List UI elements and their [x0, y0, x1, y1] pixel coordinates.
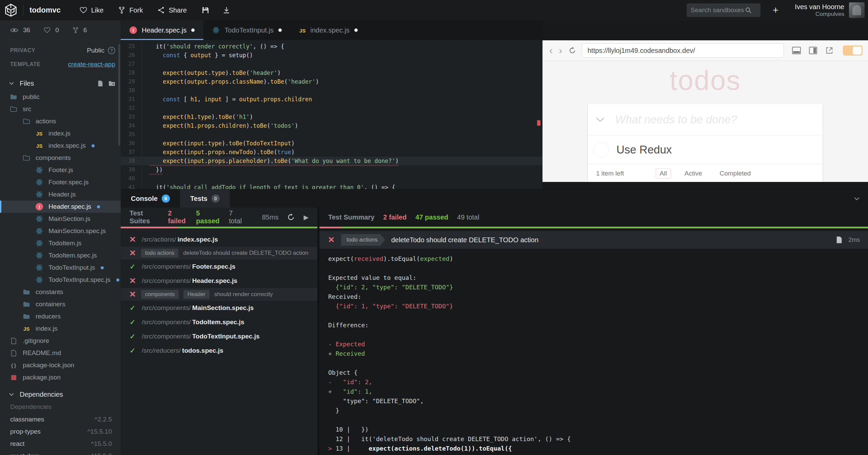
sidebar-item-mainsection-js[interactable]: MainSection.js — [0, 213, 121, 225]
code-line-41[interactable]: 41 it('should call addTodo if length of … — [121, 183, 542, 189]
back-icon[interactable]: ‹ — [548, 45, 554, 56]
template-link[interactable]: create-react-app — [68, 61, 115, 68]
fork-button[interactable]: Fork — [118, 6, 143, 14]
sidebar-item-todotextinput-spec-js[interactable]: TodoTextInput.spec.js — [0, 274, 121, 286]
new-todo-placeholder[interactable]: What needs to be done? — [615, 113, 737, 126]
like-button[interactable]: Like — [80, 6, 104, 14]
failed-test-item[interactable]: ✕todo actionsdeleteTodo should create DE… — [121, 247, 317, 260]
url-bar[interactable]: https://llyloj1m49.codesandbox.dev/ — [582, 43, 784, 58]
code-line-33[interactable]: 33 expect(h1.type).toBe('h1') — [121, 112, 542, 121]
sidebar-item-reducers[interactable]: reducers — [0, 310, 121, 323]
search-input[interactable] — [691, 6, 745, 14]
suite-file-index-spec-js[interactable]: ✕/src/actions/index.spec.js — [121, 232, 317, 247]
codesandbox-logo-icon[interactable] — [0, 0, 22, 20]
files-section-header[interactable]: Files — [0, 77, 121, 89]
dependency-classnames[interactable]: classnames^2.2.5 — [0, 413, 121, 426]
sidebar-item-readme-md[interactable]: README.md — [0, 347, 121, 359]
tab-tests[interactable]: Tests 0 — [180, 189, 230, 208]
suite-file-header-spec-js[interactable]: ✕/src/components/Header.spec.js — [121, 274, 317, 288]
sidebar-item-constants[interactable]: constants — [0, 286, 121, 298]
code-line-38[interactable]: 38 expect(input.props.placeholder).toBe(… — [121, 157, 542, 165]
file-icon[interactable] — [836, 236, 842, 244]
sidebar-item-public[interactable]: public — [0, 91, 121, 103]
code-line-34[interactable]: 34 expect(h1.props.children).toBe('todos… — [121, 121, 542, 130]
code-line-27[interactable]: 27 — [121, 60, 542, 68]
dependency-prop-types[interactable]: prop-types^15.5.10 — [0, 426, 121, 438]
run-tests-icon[interactable]: ▶ — [303, 213, 309, 221]
sidebar-item-src[interactable]: src — [0, 103, 121, 115]
sidebar-item-header-js[interactable]: Header.js — [0, 188, 121, 201]
code-line-30[interactable]: 30 — [121, 86, 542, 95]
sidebar-item-todotextinput-js[interactable]: TodoTextInput.js — [0, 262, 121, 274]
code-line-35[interactable]: 35 — [121, 130, 542, 139]
user-block[interactable]: Ives van Hoorne Compulves — [795, 3, 844, 18]
code-line-28[interactable]: 28 expect(output.type).toBe('header') — [121, 68, 542, 77]
code-line-36[interactable]: 36 expect(input.type).toBe(TodoTextInput… — [121, 139, 542, 148]
code-line-31[interactable]: 31 const [ h1, input ] = output.props.ch… — [121, 95, 542, 104]
refresh-icon[interactable] — [568, 46, 576, 55]
new-folder-icon[interactable] — [108, 81, 115, 86]
filter-completed[interactable]: Completed — [715, 168, 755, 179]
code-editor[interactable]: 25 it('should render correctly', () => {… — [121, 40, 542, 189]
sidebar-item-footer-js[interactable]: Footer.js — [0, 164, 121, 176]
sidebar-item-mainsection-spec-js[interactable]: MainSection.spec.js — [0, 225, 121, 237]
avatar[interactable] — [849, 2, 865, 18]
split-bottom-icon[interactable] — [792, 47, 801, 54]
rerun-tests-icon[interactable] — [287, 213, 295, 221]
editor-tab-index-spec-js[interactable]: JSindex.spec.js — [291, 20, 367, 40]
editor-tab-header-spec-js[interactable]: !Header.spec.js — [121, 20, 203, 40]
sidebar-item-actions[interactable]: actions — [0, 115, 121, 127]
sandbox-title[interactable]: todomvc — [29, 6, 61, 15]
split-right-icon[interactable] — [809, 47, 817, 54]
sidebar-scrollbar[interactable] — [118, 44, 120, 146]
share-button[interactable]: Share — [158, 6, 186, 14]
code-line-40[interactable]: 40 — [121, 174, 542, 183]
download-icon[interactable] — [223, 6, 230, 14]
collapse-panel-icon[interactable] — [854, 189, 868, 208]
filter-active[interactable]: Active — [680, 168, 706, 179]
sidebar-item-containers[interactable]: containers — [0, 298, 121, 310]
todo-checkbox[interactable] — [593, 142, 609, 158]
dependency-react[interactable]: react^15.5.0 — [0, 438, 121, 450]
toggle-all-icon[interactable] — [595, 117, 605, 122]
failed-test-item[interactable]: ✕componentsHeadershould render correctly — [121, 288, 317, 301]
todo-label[interactable]: Use Redux — [616, 143, 672, 156]
sidebar-item-todoitem-js[interactable]: TodoItem.js — [0, 237, 121, 249]
suite-file-todoitem-spec-js[interactable]: ✓/src/components/TodoItem.spec.js — [121, 315, 317, 329]
code-line-29[interactable]: 29 expect(output.props.className).toBe('… — [121, 77, 542, 86]
sidebar-item-package-lock-json[interactable]: { }package-lock.json — [0, 359, 121, 371]
sidebar-item-index-js[interactable]: JSindex.js — [0, 127, 121, 140]
sidebar-item-header-spec-js[interactable]: !Header.spec.js — [0, 201, 121, 213]
forward-icon[interactable]: › — [557, 45, 564, 56]
sidebar-item-footer-spec-js[interactable]: Footer.spec.js — [0, 176, 121, 188]
new-file-icon[interactable] — [98, 80, 103, 87]
editor-tab-todotextinput-js[interactable]: TodoTextInput.js — [203, 20, 291, 40]
save-button[interactable] — [202, 6, 209, 14]
error-ruler-mark[interactable] — [537, 120, 540, 126]
sidebar-item-todoitem-spec-js[interactable]: TodoItem.spec.js — [0, 249, 121, 262]
suite-file-mainsection-spec-js[interactable]: ✓/src/components/MainSection.spec.js — [121, 301, 317, 315]
code-line-39[interactable]: 39 }) — [121, 165, 542, 174]
suite-file-todos-spec-js[interactable]: ✓/src/reducers/todos.spec.js — [121, 344, 317, 358]
dependency-react-dom[interactable]: react-dom^15.5.0 — [0, 450, 121, 455]
tab-console[interactable]: Console 6 — [121, 189, 180, 208]
code-line-37[interactable]: 37 expect(input.props.newTodo).toBe(true… — [121, 148, 542, 157]
sidebar-item-components[interactable]: components — [0, 152, 121, 164]
help-icon[interactable]: ? — [108, 47, 115, 54]
suite-file-todotextinput-spec-js[interactable]: ✓/src/components/TodoTextInput.spec.js — [121, 329, 317, 344]
open-external-icon[interactable] — [825, 47, 833, 54]
sidebar-item--gitignore[interactable]: .gitignore — [0, 335, 121, 347]
dependencies-section-header[interactable]: Dependencies — [0, 388, 121, 400]
code-line-32[interactable]: 32 — [121, 104, 542, 112]
sidebar-item-package-json[interactable]: package.json — [0, 371, 121, 384]
live-toggle[interactable] — [843, 45, 863, 56]
failed-test-header[interactable]: ✕ todo actions deleteTodo should create … — [319, 231, 868, 249]
sidebar-item-index-spec-js[interactable]: JSindex.spec.js — [0, 140, 121, 152]
code-line-25[interactable]: 25 it('should render correctly', () => { — [121, 42, 542, 51]
search-box[interactable] — [687, 3, 761, 17]
filter-all[interactable]: All — [656, 168, 671, 179]
code-line-26[interactable]: 26 const { output } = setup() — [121, 51, 542, 60]
suite-file-footer-spec-js[interactable]: ✓/src/components/Footer.spec.js — [121, 260, 317, 274]
sidebar-item-index-js[interactable]: JSindex.js — [0, 323, 121, 335]
new-sandbox-button[interactable]: + — [773, 4, 779, 16]
